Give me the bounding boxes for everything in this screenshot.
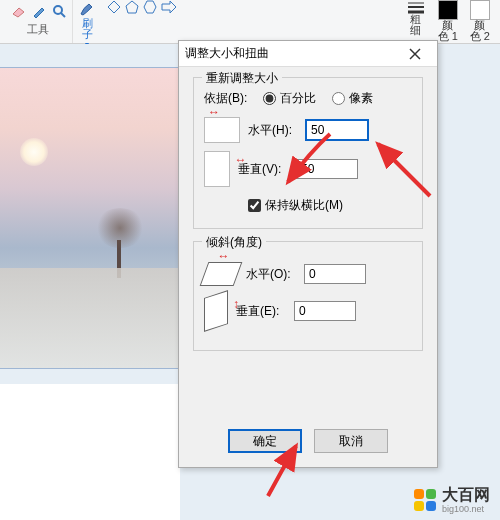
dialog-titlebar[interactable]: 调整大小和扭曲 <box>179 41 437 67</box>
svg-marker-6 <box>162 1 176 13</box>
color1-swatch <box>438 0 458 20</box>
vertical-arrows-icon: ↕ <box>234 157 248 163</box>
tools-group: 工具 <box>4 0 73 43</box>
resize-vertical-input[interactable] <box>296 159 358 179</box>
radio-pixel-label: 像素 <box>349 90 373 107</box>
sun-graphic <box>20 138 48 166</box>
canvas-background <box>0 384 180 520</box>
eraser-icon[interactable] <box>10 4 26 18</box>
resize-horizontal-icon <box>204 117 240 143</box>
skew-fieldset: 倾斜(角度) 水平(O): 垂直(E): <box>193 241 423 351</box>
dialog-body: 重新调整大小 依据(B): 百分比 像素 ↔ 水平(H): <box>179 67 437 419</box>
radio-pixel[interactable]: 像素 <box>332 90 373 107</box>
thickness-icon <box>406 0 426 14</box>
dialog-buttons: 确定 取消 <box>179 419 437 467</box>
color1-button[interactable]: 颜 色 1 <box>432 0 464 42</box>
svg-marker-0 <box>13 8 24 17</box>
aspect-ratio-checkbox[interactable]: 保持纵横比(M) <box>248 197 412 214</box>
radio-percent-input[interactable] <box>263 92 276 105</box>
svg-marker-5 <box>144 1 156 13</box>
resize-vertical-label: 垂直(V): <box>238 161 288 178</box>
resize-horizontal-input[interactable] <box>306 120 368 140</box>
resize-vertical-icon <box>204 151 230 187</box>
brush-icon <box>77 0 97 18</box>
cancel-button[interactable]: 取消 <box>314 429 388 453</box>
water-graphic <box>0 268 180 368</box>
pentagon-icon <box>125 0 139 14</box>
watermark-logo-icon <box>414 489 436 511</box>
shapes-group[interactable] <box>101 0 183 14</box>
watermark-url: big100.net <box>442 504 490 514</box>
radio-pixel-input[interactable] <box>332 92 345 105</box>
aspect-ratio-label: 保持纵横比(M) <box>265 197 343 214</box>
color2-label: 颜 色 2 <box>470 20 490 42</box>
radio-percent-label: 百分比 <box>280 90 316 107</box>
watermark-brand: 大百网 <box>442 486 490 503</box>
skew-horizontal-icon <box>200 262 243 286</box>
svg-marker-4 <box>126 1 138 13</box>
dialog-close-button[interactable] <box>399 44 431 64</box>
ok-button[interactable]: 确定 <box>228 429 302 453</box>
color-picker-icon[interactable] <box>32 4 46 18</box>
ribbon: 工具 刷 子 ▾ 粗 细 颜 色 1 颜 色 2 <box>0 0 500 44</box>
aspect-ratio-input[interactable] <box>248 199 261 212</box>
brush-label: 刷 子 <box>82 18 93 40</box>
color2-swatch <box>470 0 490 20</box>
skew-vertical-label: 垂直(E): <box>236 303 286 320</box>
skew-horizontal-input[interactable] <box>304 264 366 284</box>
thickness-dropdown[interactable]: 粗 细 <box>400 0 432 36</box>
dialog-title: 调整大小和扭曲 <box>185 45 269 62</box>
resize-fieldset: 重新调整大小 依据(B): 百分比 像素 ↔ 水平(H): <box>193 77 423 229</box>
tools-label: 工具 <box>27 22 49 37</box>
svg-marker-3 <box>108 1 120 13</box>
resize-legend: 重新调整大小 <box>202 70 282 87</box>
diamond-icon <box>107 0 121 14</box>
arrow-right-icon <box>161 0 177 14</box>
watermark: 大百网 big100.net <box>414 485 490 514</box>
color1-label: 颜 色 1 <box>438 20 458 42</box>
skew-horizontal-label: 水平(O): <box>246 266 296 283</box>
magnifier-icon[interactable] <box>52 4 66 18</box>
resize-horizontal-label: 水平(H): <box>248 122 298 139</box>
color2-button[interactable]: 颜 色 2 <box>464 0 496 42</box>
skew-vertical-input[interactable] <box>294 301 356 321</box>
hexagon-icon <box>143 0 157 14</box>
thickness-label: 粗 细 <box>410 14 421 36</box>
resize-skew-dialog: 调整大小和扭曲 重新调整大小 依据(B): 百分比 像素 ↔ <box>178 40 438 468</box>
skew-vertical-icon <box>204 290 228 332</box>
brush-dropdown[interactable]: 刷 子 ▾ <box>73 0 101 49</box>
svg-line-2 <box>61 13 65 17</box>
radio-percent[interactable]: 百分比 <box>263 90 316 107</box>
skew-legend: 倾斜(角度) <box>202 234 266 251</box>
svg-point-1 <box>54 6 62 14</box>
close-icon <box>409 48 421 60</box>
image-canvas[interactable] <box>0 68 180 368</box>
